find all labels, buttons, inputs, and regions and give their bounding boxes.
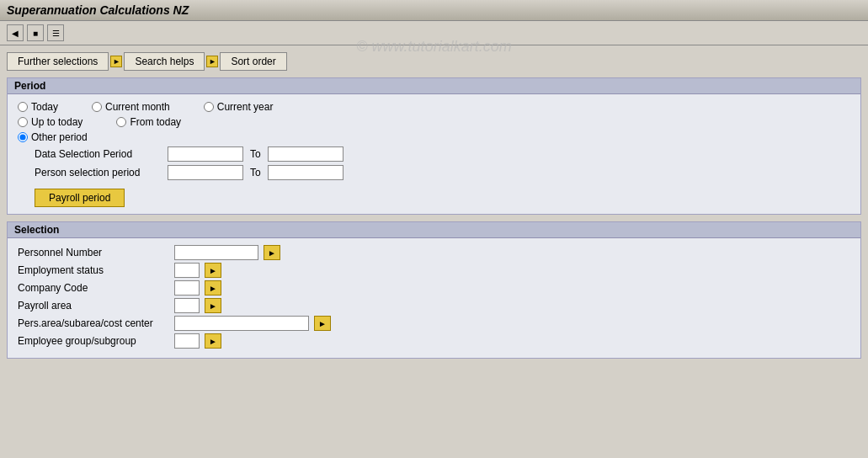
radio-up-to-today-input[interactable] xyxy=(18,117,28,127)
radio-other-period: Other period xyxy=(18,131,88,143)
payroll-btn-container: Payroll period xyxy=(35,185,850,207)
selection-body: Personnel Number ► Employment status ► C… xyxy=(8,238,860,358)
period-row-2: Up to today From today xyxy=(18,116,850,128)
company-code-row: Company Code ► xyxy=(18,280,850,296)
payroll-period-button[interactable]: Payroll period xyxy=(35,189,125,207)
radio-current-month-input[interactable] xyxy=(92,102,102,112)
tab-further-selections[interactable]: Further selections xyxy=(7,52,109,71)
person-selection-to-input[interactable] xyxy=(268,165,343,180)
payroll-area-label: Payroll area xyxy=(18,300,169,312)
period-header: Period xyxy=(8,78,860,94)
personnel-number-label: Personnel Number xyxy=(18,247,169,258)
toolbar: ◀ ■ ☰ xyxy=(0,21,868,45)
pers-area-input[interactable] xyxy=(174,316,309,331)
radio-other-period-label: Other period xyxy=(31,131,88,143)
radio-current-month-label: Current month xyxy=(105,101,170,113)
data-selection-to-input[interactable] xyxy=(268,146,343,162)
employee-group-row: Employee group/subgroup ► xyxy=(18,333,850,349)
radio-current-year-label: Current year xyxy=(217,101,274,113)
page-title: Superannuation Calculations NZ xyxy=(7,3,189,17)
pers-area-row: Pers.area/subarea/cost center ► xyxy=(18,316,850,331)
personnel-number-row: Personnel Number ► xyxy=(18,245,850,260)
further-selections-label: Further selections xyxy=(18,56,98,67)
period-section: Period Today Current month Current year xyxy=(7,77,861,215)
tab-bar: Further selections ► Search helps ► Sort… xyxy=(7,52,861,71)
personnel-number-arrow[interactable]: ► xyxy=(264,245,280,260)
radio-up-to-today: Up to today xyxy=(18,116,83,128)
data-selection-row: Data Selection Period To xyxy=(35,146,850,162)
data-selection-from-input[interactable] xyxy=(168,146,243,162)
tab-arrow-2: ► xyxy=(206,56,218,67)
pers-area-arrow[interactable]: ► xyxy=(314,316,331,331)
company-code-arrow[interactable]: ► xyxy=(205,280,221,296)
search-helps-label: Search helps xyxy=(135,56,194,67)
radio-from-today-input[interactable] xyxy=(116,117,126,127)
company-code-input[interactable] xyxy=(174,280,200,296)
employment-status-arrow[interactable]: ► xyxy=(205,263,221,278)
payroll-area-row: Payroll area ► xyxy=(18,298,850,313)
radio-current-year: Current year xyxy=(204,101,274,113)
data-selection-label: Data Selection Period xyxy=(35,148,161,160)
title-bar: Superannuation Calculations NZ xyxy=(0,0,868,21)
tab-arrow-1: ► xyxy=(110,56,122,67)
employment-status-row: Employment status ► xyxy=(18,263,850,278)
employee-group-input[interactable] xyxy=(174,333,200,349)
save-icon[interactable]: ■ xyxy=(27,24,44,41)
sort-order-label: Sort order xyxy=(231,56,275,67)
person-selection-row: Person selection period To xyxy=(35,165,850,180)
radio-up-to-today-label: Up to today xyxy=(31,116,83,128)
employment-status-label: Employment status xyxy=(18,264,169,276)
person-selection-from-input[interactable] xyxy=(168,165,243,180)
radio-current-month: Current month xyxy=(92,101,170,113)
main-content: Further selections ► Search helps ► Sort… xyxy=(0,45,868,372)
radio-today-input[interactable] xyxy=(18,102,28,112)
tab-sort-order[interactable]: Sort order xyxy=(220,52,286,71)
back-icon[interactable]: ◀ xyxy=(7,24,24,41)
employee-group-label: Employee group/subgroup xyxy=(18,335,169,347)
period-row-3: Other period xyxy=(18,131,850,143)
radio-today-label: Today xyxy=(31,101,58,113)
employment-status-input[interactable] xyxy=(174,263,200,278)
radio-other-period-input[interactable] xyxy=(18,132,28,142)
radio-current-year-input[interactable] xyxy=(204,102,214,112)
payroll-area-arrow[interactable]: ► xyxy=(205,298,221,313)
payroll-area-input[interactable] xyxy=(174,298,200,313)
person-selection-to-label: To xyxy=(250,167,261,178)
company-code-label: Company Code xyxy=(18,282,169,294)
radio-from-today: From today xyxy=(116,116,181,128)
selection-header: Selection xyxy=(8,222,860,238)
radio-today: Today xyxy=(18,101,58,113)
person-selection-label: Person selection period xyxy=(35,167,161,178)
selection-section: Selection Personnel Number ► Employment … xyxy=(7,221,861,359)
data-selection-to-label: To xyxy=(250,148,261,160)
personnel-number-input[interactable] xyxy=(174,245,258,260)
employee-group-arrow[interactable]: ► xyxy=(205,333,221,349)
radio-from-today-label: From today xyxy=(130,116,181,128)
period-row-1: Today Current month Current year xyxy=(18,101,850,113)
tab-search-helps[interactable]: Search helps xyxy=(124,52,205,71)
pers-area-label: Pers.area/subarea/cost center xyxy=(18,317,169,329)
menu-icon[interactable]: ☰ xyxy=(47,24,64,41)
period-body: Today Current month Current year Up to t… xyxy=(8,94,860,214)
